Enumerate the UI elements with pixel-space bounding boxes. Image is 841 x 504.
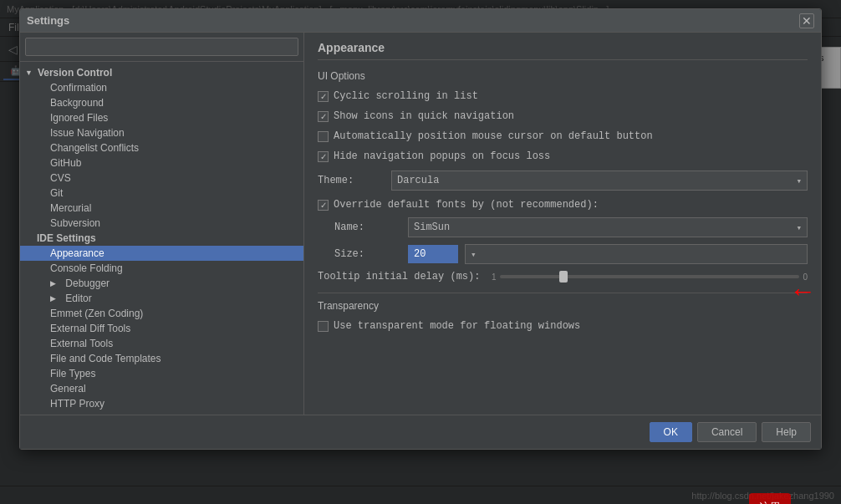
override-label: Override default fonts by (not recommend…	[334, 199, 599, 211]
tree-issue-navigation[interactable]: Issue Navigation	[20, 125, 303, 140]
expand-icon-2: ▶	[50, 294, 56, 303]
tree-ext-tools[interactable]: External Tools	[20, 336, 303, 351]
tree-git-label: Git	[50, 187, 63, 199]
option-show-icons: Show icons in quick navigation	[318, 109, 808, 124]
transparency-option-label: Use transparent mode for floating window…	[334, 320, 580, 332]
override-option: Override default fonts by (not recommend…	[318, 197, 808, 212]
tree-confirmation-label: Confirmation	[50, 82, 107, 94]
tree-mercurial[interactable]: Mercurial	[20, 201, 303, 216]
annotation-box: 这里是修改，除了代码以外的菜单名以及左侧工程名等的字体样式以及字体大小	[749, 493, 791, 504]
tree-emmet[interactable]: Emmet (Zen Coding)	[20, 306, 303, 321]
checkbox-cyclic-scrolling[interactable]	[318, 91, 329, 102]
transparency-option: Use transparent mode for floating window…	[318, 318, 808, 333]
checkbox-override[interactable]	[318, 200, 329, 211]
tree-panel: ▼ Version Control Confirmation Backgroun…	[20, 33, 304, 415]
name-value: SimSun	[414, 221, 450, 233]
tree-changelist-conflicts-label: Changelist Conflicts	[50, 142, 139, 154]
checkbox-hide-nav[interactable]	[318, 151, 329, 162]
tree-emmet-label: Emmet (Zen Coding)	[50, 308, 143, 319]
size-label: Size:	[334, 248, 401, 260]
tree-github-label: GitHub	[50, 157, 81, 169]
content-panel: Appearance UI Options Cyclic scrolling i…	[304, 33, 821, 415]
tree-file-code-templates-label: File and Code Templates	[50, 353, 161, 364]
tree-ide-settings[interactable]: IDE Settings	[20, 231, 303, 246]
tree-ext-diff[interactable]: External Diff Tools	[20, 321, 303, 336]
tree-file-types-label: File Types	[50, 368, 95, 379]
tree-github[interactable]: GitHub	[20, 155, 303, 171]
cancel-button[interactable]: Cancel	[697, 422, 757, 442]
ui-options-label: UI Options	[318, 70, 808, 82]
size-row: Size: ▾	[334, 244, 808, 264]
tree-background-label: Background	[50, 97, 104, 109]
tooltip-label: Tooltip initial delay (ms):	[318, 271, 485, 283]
option-hide-nav-label: Hide navigation popups on focus loss	[334, 150, 550, 162]
tree-ext-diff-label: External Diff Tools	[50, 323, 130, 334]
tree-ignored-files[interactable]: Ignored Files	[20, 110, 303, 125]
expand-icon: ▶	[50, 279, 56, 288]
tree-console-folding[interactable]: Console Folding	[20, 261, 303, 276]
option-auto-position: Automatically position mouse cursor on d…	[318, 129, 808, 144]
dialog-title-bar: Settings ✕	[20, 9, 821, 33]
search-box	[20, 33, 303, 62]
section-title: Appearance	[318, 41, 808, 60]
tooltip-min: 1	[492, 272, 497, 282]
search-input[interactable]	[25, 38, 298, 56]
tree-general[interactable]: General	[20, 381, 303, 396]
dialog-body: ▼ Version Control Confirmation Backgroun…	[20, 33, 821, 415]
name-dropdown-icon: ▾	[796, 222, 802, 233]
ok-button[interactable]: OK	[650, 422, 692, 442]
tree-file-types[interactable]: File Types	[20, 366, 303, 381]
tree-confirmation[interactable]: Confirmation	[20, 80, 303, 95]
tree-changelist-conflicts[interactable]: Changelist Conflicts	[20, 140, 303, 155]
tree-ext-tools-label: External Tools	[50, 338, 113, 349]
theme-label: Theme:	[318, 175, 385, 186]
option-cyclic-scrolling-label: Cyclic scrolling in list	[334, 90, 478, 102]
size-input[interactable]	[408, 245, 458, 263]
tree-http-proxy[interactable]: HTTP Proxy	[20, 396, 303, 411]
tree-debugger[interactable]: ▶ Debugger	[20, 276, 303, 291]
tree-version-control-label: Version Control	[38, 67, 112, 79]
help-button[interactable]: Help	[762, 422, 811, 442]
tree-cvs-label: CVS	[50, 172, 71, 184]
tooltip-slider[interactable]	[500, 275, 800, 278]
tree-background[interactable]: Background	[20, 95, 303, 110]
tree-subversion[interactable]: Subversion	[20, 216, 303, 231]
dialog-close-button[interactable]: ✕	[799, 13, 814, 28]
dialog-title: Settings	[27, 14, 69, 27]
red-arrow-icon: ←	[789, 276, 816, 307]
name-label: Name:	[334, 221, 401, 233]
theme-row: Theme: Darcula ▾	[318, 171, 808, 191]
tree-git[interactable]: Git	[20, 186, 303, 201]
dialog-overlay: Settings ✕ ▼ Version Control	[0, 0, 841, 504]
tree-console-folding-label: Console Folding	[50, 262, 123, 274]
tree-cvs[interactable]: CVS	[20, 171, 303, 186]
tree-editor-label: Editor	[65, 293, 91, 304]
annotation-text: 这里是修改，除了代码以外的菜单名以及左侧工程名等的字体样式以及字体大小	[759, 501, 781, 504]
tree-mercurial-label: Mercurial	[50, 202, 91, 214]
tree-ide-settings-label: IDE Settings	[37, 232, 96, 244]
tree-appearance-label: Appearance	[50, 247, 104, 259]
tree-content: ▼ Version Control Confirmation Backgroun…	[20, 62, 303, 415]
expand-arrow-icon: ▼	[25, 69, 33, 77]
checkbox-transparency[interactable]	[318, 321, 329, 332]
name-row: Name: SimSun ▾	[334, 217, 808, 237]
option-show-icons-label: Show icons in quick navigation	[334, 110, 514, 122]
size-dropdown-icon: ▾	[471, 249, 477, 260]
name-select[interactable]: SimSun ▾	[408, 217, 808, 237]
tree-http-proxy-label: HTTP Proxy	[50, 398, 104, 410]
tree-issue-navigation-label: Issue Navigation	[50, 127, 125, 139]
tree-appearance[interactable]: Appearance	[20, 246, 303, 261]
theme-select[interactable]: Darcula ▾	[391, 171, 808, 191]
slider-thumb[interactable]	[559, 271, 568, 283]
tree-general-label: General	[50, 383, 86, 395]
option-auto-position-label: Automatically position mouse cursor on d…	[334, 130, 653, 142]
transparency-section: Transparency Use transparent mode for fl…	[318, 293, 808, 333]
tree-file-code-templates[interactable]: File and Code Templates	[20, 351, 303, 366]
checkbox-auto-position[interactable]	[318, 131, 329, 142]
size-select[interactable]: ▾	[465, 244, 808, 264]
option-cyclic-scrolling: Cyclic scrolling in list	[318, 89, 808, 104]
tree-editor[interactable]: ▶ Editor	[20, 291, 303, 306]
option-hide-nav: Hide navigation popups on focus loss	[318, 149, 808, 164]
checkbox-show-icons[interactable]	[318, 111, 329, 122]
tree-version-control[interactable]: ▼ Version Control	[20, 65, 303, 80]
